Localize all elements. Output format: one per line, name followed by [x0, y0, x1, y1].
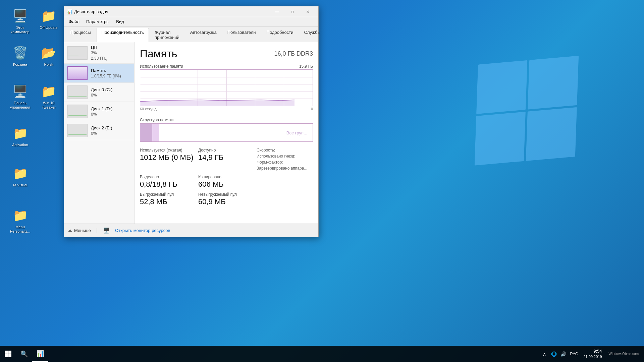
window-tabs: Процессы Производительность Журнал прило… — [64, 26, 318, 42]
desktop-icon-win10tweaker[interactable]: 📁 Win 10 Tweaker — [35, 82, 62, 111]
disk0-stat: 0% — [91, 93, 131, 98]
structure-bar-cached — [152, 124, 159, 141]
chart-time-end: 0 — [311, 107, 313, 111]
structure-chart: Все груп... — [140, 123, 313, 142]
disk1-stat: 0% — [91, 112, 131, 117]
performance-sidebar: ЦП 3% 2,33 ГГц Память 1,0/15,9 ГБ (6%) — [64, 42, 135, 224]
menu-file[interactable]: Файл — [65, 18, 83, 25]
stat-paged-label: Выгружаемый пул — [140, 192, 196, 197]
main-panel: Память 16,0 ГБ DDR3 Использование памяти… — [135, 42, 318, 224]
tray-clock[interactable]: 9:54 21.09.2019 — [581, 348, 604, 360]
monitor-icon: 🖥️ — [103, 227, 110, 234]
taskbar-taskmanager[interactable]: 📊 — [32, 346, 48, 362]
memory-thumbnail — [67, 66, 88, 80]
desktop-icon-korzina[interactable]: 🗑️ Корзина — [7, 44, 34, 68]
stat-empty1 — [257, 175, 313, 189]
desktop-icon-mvisual[interactable]: 📁 M.Visual — [7, 164, 34, 189]
stat-nonpaged-value: 60,9 МБ — [198, 197, 255, 206]
tab-services[interactable]: Службы — [299, 28, 326, 42]
tray-hidden-icons[interactable]: ∧ — [540, 350, 548, 358]
stat-used-label: Используется (сжатая) — [140, 148, 196, 153]
cpu-label: ЦП — [91, 45, 131, 50]
tab-startup[interactable]: Автозагрузка — [185, 28, 222, 42]
structure-label: Структура памяти — [140, 118, 313, 122]
panel-header: Память 16,0 ГБ DDR3 — [140, 48, 313, 60]
open-monitor-link[interactable]: Открыть монитор ресурсов — [115, 228, 170, 233]
stat-paged-value: 52,8 МБ — [140, 197, 196, 206]
desktop-icon-offupdate[interactable]: 📁 Off Update — [35, 7, 62, 31]
up-arrow-icon — [68, 229, 72, 232]
tray-volume-icon[interactable]: 🔊 — [559, 350, 567, 358]
tray-network-icon[interactable]: 🌐 — [550, 350, 558, 358]
stat-nonpaged-label: Невыгружаемый пул — [198, 192, 255, 197]
structure-bar-label: Все груп... — [286, 130, 307, 135]
usage-label: Использование памяти — [140, 64, 183, 69]
disk1-thumbnail — [67, 105, 88, 118]
panel-title: Память — [140, 48, 177, 60]
stat-cached-label: Кэшировано — [198, 175, 255, 179]
window-footer: Меньше | 🖥️ Открыть монитор ресурсов — [64, 224, 318, 237]
stat-speed-label: Скорость: — [257, 148, 313, 153]
stat-used-value: 1012 МБ (0 МБ) — [140, 153, 196, 162]
tray-time: 9:54 — [583, 348, 602, 354]
stat-available-label: Доступно — [198, 148, 255, 153]
memory-stat: 1,0/15,9 ГБ (6%) — [91, 74, 131, 78]
chart-time-start: 60 секунд — [140, 107, 157, 111]
structure-bar-used — [140, 124, 152, 141]
close-button[interactable]: ✕ — [300, 6, 316, 17]
tab-users[interactable]: Пользователи — [222, 28, 261, 42]
menu-view[interactable]: Вид — [113, 18, 127, 25]
stat-allocated-label: Выделено — [140, 175, 196, 179]
tab-processes[interactable]: Процессы — [65, 28, 96, 42]
tab-performance[interactable]: Производительность — [97, 28, 149, 42]
stat-nonpaged-pool: Невыгружаемый пул 60,9 МБ — [198, 192, 255, 206]
stat-available-value: 14,9 ГБ — [198, 153, 255, 162]
usage-chart-section: Использование памяти 15,9 ГБ — [140, 64, 313, 114]
sidebar-item-cpu[interactable]: ЦП 3% 2,33 ГГц — [64, 42, 134, 64]
menu-params[interactable]: Параметры — [83, 18, 113, 25]
tray-date: 21.09.2019 — [583, 354, 602, 359]
desktop-icon-poisk[interactable]: 📂 Poisk — [35, 44, 62, 68]
maximize-button[interactable]: □ — [285, 6, 300, 17]
collapse-button[interactable]: Меньше — [68, 228, 91, 233]
taskmanager-icon: 📊 — [67, 9, 72, 14]
disk1-label: Диск 1 (D:) — [91, 106, 131, 111]
window-content: ЦП 3% 2,33 ГГц Память 1,0/15,9 ГБ (6%) — [64, 42, 318, 224]
sidebar-item-disk2[interactable]: Диск 2 (E:) 0% — [64, 121, 134, 140]
sidebar-item-disk0[interactable]: Диск 0 (C:) 0% — [64, 83, 134, 102]
collapse-label: Меньше — [74, 228, 91, 233]
stat-used: Используется (сжатая) 1012 МБ (0 МБ) — [140, 148, 196, 171]
stats-grid: Используется (сжатая) 1012 МБ (0 МБ) Дос… — [140, 148, 313, 206]
svg-marker-0 — [140, 100, 294, 106]
desktop-icon-menu[interactable]: 📁 Menu Personaliz... — [7, 206, 34, 235]
window-menubar: Файл Параметры Вид — [64, 17, 318, 26]
desktop-win-logo — [476, 60, 577, 161]
tab-apphistory[interactable]: Журнал приложений — [150, 28, 184, 42]
stat-empty2 — [257, 192, 313, 206]
desktop: 🖥️ Этот компьютер 📁 Off Update 🗑️ Корзин… — [0, 0, 644, 362]
watermark: WindowsObraz.com — [606, 352, 641, 356]
desktop-icon-panel[interactable]: 🖥️ Панель управления — [7, 82, 34, 111]
stat-allocated: Выделено 0,8/18,8 ГБ — [140, 175, 196, 189]
taskbar-search[interactable]: 🔍 — [16, 346, 32, 362]
minimize-button[interactable]: — — [269, 6, 285, 17]
tray-lang[interactable]: РУС — [569, 352, 579, 356]
usage-value: 15,9 ГБ — [299, 64, 313, 69]
tab-details[interactable]: Подробности — [262, 28, 299, 42]
usage-chart — [140, 69, 313, 106]
stat-speed-extra: Использовано гнезд: Форм-фактор: Зарезер… — [257, 153, 313, 171]
stat-paged-pool: Выгружаемый пул 52,8 МБ — [140, 192, 196, 206]
panel-spec: 16,0 ГБ DDR3 — [274, 48, 313, 57]
disk2-label: Диск 2 (E:) — [91, 125, 131, 130]
sidebar-item-memory[interactable]: Память 1,0/15,9 ГБ (6%) — [64, 64, 134, 83]
stat-cached: Кэшировано 606 МБ — [198, 175, 255, 189]
window-controls: — □ ✕ — [269, 6, 316, 17]
sidebar-item-disk1[interactable]: Диск 1 (D:) 0% — [64, 102, 134, 121]
desktop-icon-computer[interactable]: 🖥️ Этот компьютер — [7, 7, 34, 36]
structure-section: Структура памяти Все груп... — [140, 118, 313, 142]
start-icon — [5, 351, 11, 357]
start-button[interactable] — [0, 346, 16, 362]
stat-cached-value: 606 МБ — [198, 180, 255, 189]
desktop-icon-activation[interactable]: 📁 Activation — [7, 124, 34, 148]
chart-svg — [140, 70, 313, 106]
